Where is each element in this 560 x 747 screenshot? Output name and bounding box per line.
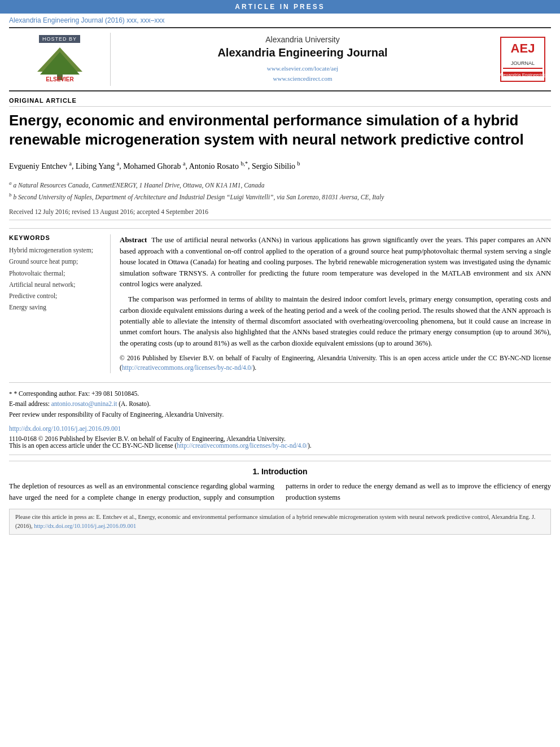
article-type-label: ORIGINAL ARTICLE	[9, 97, 551, 107]
hosted-by-badge: HOSTED BY	[39, 35, 80, 43]
abstract-label: Abstract	[120, 235, 147, 244]
journal-full-name: Alexandria Engineering Journal	[217, 46, 387, 59]
citation-doi-link[interactable]: http://dx.doi.org/10.1016/j.aej.2016.09.…	[34, 523, 136, 529]
copyright-text: © 2016 Published by Elsevier B.V. on beh…	[120, 353, 551, 373]
email-suffix: (A. Rosato).	[117, 400, 150, 407]
affiliation-b: b b Second University of Naples, Departm…	[9, 191, 551, 203]
divider-2	[9, 455, 551, 455]
keyword-3: Photovoltaic thermal;	[9, 269, 103, 278]
footnotes-block: * * Corresponding author. Fax: +39 081 5…	[9, 388, 551, 420]
author-yang: Libing Yang	[76, 161, 115, 170]
aej-logo-section: AEJ JOURNAL Alexandria Engineering	[495, 33, 551, 86]
journal-link[interactable]: Alexandria Engineering Journal (2016) xx…	[9, 16, 164, 24]
author-rosato-affil: b,*	[240, 160, 248, 167]
university-name: Alexandria University	[265, 35, 340, 44]
author-sibilio: Sergio Sibilio	[252, 161, 295, 170]
svg-text:Alexandria Engineering: Alexandria Engineering	[500, 72, 545, 77]
introduction-section: 1. Introduction The depletion of resourc…	[9, 461, 551, 503]
author-entchev: Evgueniy Entchev	[9, 161, 67, 170]
keywords-abstract-section: KEYWORDS Hybrid microgeneration system; …	[9, 228, 551, 373]
svg-rect-9	[503, 68, 542, 69]
journal-title-section: Alexandria University Alexandria Enginee…	[111, 33, 495, 86]
keyword-4: Artificial neural network;	[9, 280, 103, 289]
abstract-paragraph-1: Abstract The use of artificial neural ne…	[120, 234, 551, 290]
keyword-2: Ground source heat pump;	[9, 257, 103, 266]
svg-text:ELSEVIER: ELSEVIER	[46, 76, 74, 82]
license-text1: 1110-0168 © 2016 Published by Elsevier B…	[9, 435, 286, 442]
introduction-text: The depletion of resources as well as an…	[9, 480, 551, 503]
keywords-column: KEYWORDS Hybrid microgeneration system; …	[9, 234, 111, 373]
author-rosato: Antonio Rosato	[189, 161, 239, 170]
keyword-6: Energy saving	[9, 303, 103, 312]
email-link[interactable]: antonio.rosato@unina2.it	[51, 400, 117, 407]
peer-review-note: Peer review under responsibility of Facu…	[9, 409, 551, 420]
author-yang-affil: a	[117, 160, 119, 167]
affiliations-block: a a Natural Resources Canada, CanmetENER…	[9, 179, 551, 203]
corresponding-author-note: * Corresponding author. Fax: +39 081 501…	[14, 390, 139, 397]
abstract-column: Abstract The use of artificial neural ne…	[120, 234, 551, 373]
license-line: 1110-0168 © 2016 Published by Elsevier B…	[9, 435, 551, 449]
doi-link[interactable]: http://dx.doi.org/10.1016/j.aej.2016.09.…	[9, 425, 121, 432]
elsevier-logo-image: ELSEVIER	[26, 46, 94, 83]
divider-1	[9, 382, 551, 383]
elsevier-logo-section: HOSTED BY ELSEVIER	[9, 33, 111, 86]
journal-url1: www.elsevier.com/locate/aej	[267, 65, 338, 72]
section-1-title: 1. Introduction	[9, 467, 551, 476]
article-in-press-banner: ARTICLE IN PRESS	[0, 0, 560, 14]
footnote-star-line: * * Corresponding author. Fax: +39 081 5…	[9, 388, 551, 399]
license-text2-suffix: ).	[308, 442, 312, 449]
authors-line: Evgueniy Entchev a, Libing Yang a, Moham…	[9, 159, 551, 173]
license-link[interactable]: http://creativecommons.org/licenses/by-n…	[177, 442, 308, 449]
abstract-text-p1: The use of artificial neural networks (A…	[120, 236, 551, 288]
affiliation-a: a a Natural Resources Canada, CanmetENER…	[9, 179, 551, 191]
article-body: ORIGINAL ARTICLE Energy, economic and en…	[0, 91, 560, 540]
journal-url2: www.sciencedirect.com	[273, 75, 333, 82]
journal-header: HOSTED BY ELSEVIER Alexandria University…	[9, 27, 551, 91]
aej-logo-image: AEJ JOURNAL Alexandria Engineering	[500, 37, 545, 82]
author-entchev-affil: a	[69, 160, 72, 167]
citation-box: Please cite this article in press as: E.…	[9, 509, 551, 535]
license-text2-prefix: This is an open access article under the…	[9, 442, 177, 449]
article-dates: Received 12 July 2016; revised 13 August…	[9, 208, 551, 220]
email-label: E-mail address:	[9, 400, 51, 407]
abstract-paragraph-2: The comparison was performed in terms of…	[120, 294, 551, 349]
svg-text:AEJ: AEJ	[511, 41, 535, 55]
svg-text:JOURNAL: JOURNAL	[511, 60, 535, 66]
footnote-email-line: E-mail address: antonio.rosato@unina2.it…	[9, 399, 551, 409]
keywords-title: KEYWORDS	[9, 234, 103, 241]
keyword-5: Predictive control;	[9, 291, 103, 300]
copyright-link[interactable]: http://creativecommons.org/licenses/by-n…	[122, 364, 253, 371]
author-sibilio-affil: b	[298, 160, 300, 167]
author-ghorab: Mohamed Ghorab	[123, 161, 181, 170]
article-title: Energy, economic and environmental perfo…	[9, 111, 551, 150]
keyword-1: Hybrid microgeneration system;	[9, 246, 103, 255]
journal-urls: www.elsevier.com/locate/aej www.scienced…	[267, 64, 338, 84]
journal-link-bar: Alexandria Engineering Journal (2016) xx…	[0, 14, 560, 27]
author-ghorab-affil: a	[183, 160, 185, 167]
doi-area: http://dx.doi.org/10.1016/j.aej.2016.09.…	[9, 425, 551, 432]
